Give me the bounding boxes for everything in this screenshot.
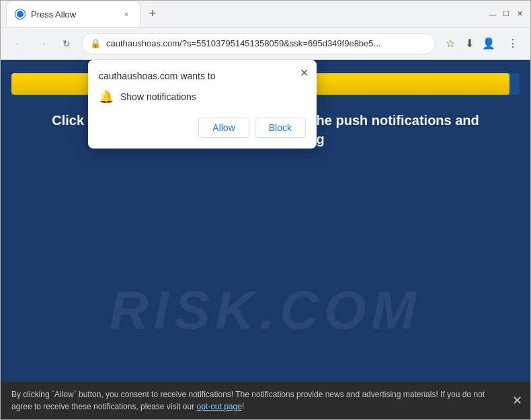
allow-button[interactable]: Allow — [198, 118, 249, 138]
consent-text: By clicking `Allow` button, you consent … — [11, 390, 485, 411]
forward-button[interactable]: → — [33, 34, 52, 53]
watermark: RISK.COM — [110, 280, 421, 341]
bell-icon: 🔔 — [99, 89, 114, 104]
back-button[interactable]: ← — [9, 34, 28, 53]
minimize-button[interactable]: — — [487, 9, 498, 19]
url-text: cauthaushoas.com/?s=551037951451358059&s… — [106, 38, 427, 48]
tab-bar: Press Allow × + — [6, 1, 482, 27]
browser-window: Press Allow × + — ☐ ✕ ← → ↻ 🔒 cauthausho… — [0, 0, 531, 420]
maximize-button[interactable]: ☐ — [501, 9, 512, 19]
bookmark-button[interactable]: ☆ — [441, 34, 460, 53]
refresh-button[interactable]: ↻ — [57, 34, 76, 53]
consent-bar: By clicking `Allow` button, you consent … — [1, 382, 530, 419]
new-tab-button[interactable]: + — [143, 5, 162, 24]
notification-popup: ✕ cauthaushoas.com wants to 🔔 Show notif… — [88, 60, 317, 149]
popup-buttons: Allow Block — [99, 118, 306, 138]
opt-out-link[interactable]: opt-out page — [196, 402, 241, 411]
profile-button[interactable]: 👤 — [479, 34, 498, 53]
close-button[interactable]: ✕ — [514, 9, 525, 19]
popup-permission-label: Show notifications — [120, 91, 196, 102]
tab-close-button[interactable]: × — [121, 9, 132, 19]
title-bar: Press Allow × + — ☐ ✕ — [1, 1, 530, 28]
menu-button[interactable]: ⋮ — [503, 34, 522, 53]
active-tab[interactable]: Press Allow × — [6, 1, 140, 27]
page-content: ✕ cauthaushoas.com wants to 🔔 Show notif… — [1, 60, 530, 382]
popup-close-button[interactable]: ✕ — [300, 67, 309, 79]
popup-title: cauthaushoas.com wants to — [99, 71, 306, 81]
lock-icon: 🔒 — [90, 38, 101, 48]
tab-title: Press Allow — [31, 9, 116, 19]
url-bar[interactable]: 🔒 cauthaushoas.com/?s=551037951451358059… — [81, 33, 436, 54]
window-controls: — ☐ ✕ — [487, 9, 525, 19]
download-button[interactable]: ⬇ — [465, 37, 474, 50]
block-button[interactable]: Block — [255, 118, 306, 138]
consent-close-button[interactable]: ✕ — [512, 392, 522, 410]
tab-favicon-icon — [15, 9, 26, 19]
consent-text-end: ! — [242, 402, 244, 411]
popup-permission: 🔔 Show notifications — [99, 89, 306, 104]
address-bar: ← → ↻ 🔒 cauthaushoas.com/?s=551037951451… — [1, 28, 530, 60]
